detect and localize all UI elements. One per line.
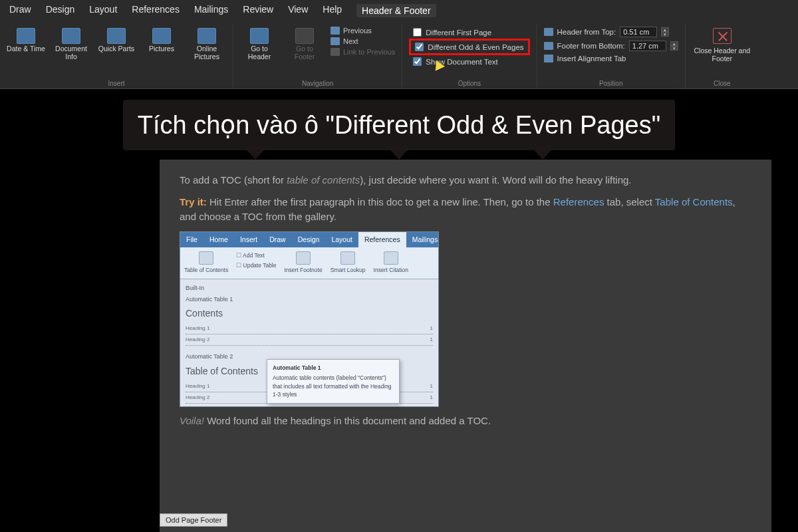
callout-arrow-icon xyxy=(387,146,411,160)
callout-arrow-icon xyxy=(243,146,267,160)
callout-arrow-icon xyxy=(531,146,555,160)
embed-toc-rows: Add Text Update Table xyxy=(236,251,276,275)
menu-references[interactable]: References xyxy=(132,4,180,17)
online-pictures-button[interactable]: Online Pictures xyxy=(188,27,226,61)
pictures-button[interactable]: Pictures xyxy=(142,27,181,53)
embed-ribbon: Table of Contents Add Text Update Table … xyxy=(180,247,438,279)
go-to-header-button[interactable]: Go to Header xyxy=(240,27,279,61)
embed-heading2: Heading 2 xyxy=(186,336,209,344)
menu-help[interactable]: Help xyxy=(323,4,342,17)
menu-bar: Draw Design Layout References Mailings R… xyxy=(0,0,798,21)
chevron-down-icon[interactable]: ▾ xyxy=(670,46,678,51)
menu-design[interactable]: Design xyxy=(46,4,75,17)
next-label: Next xyxy=(343,37,358,45)
go-to-footer-icon xyxy=(295,28,314,44)
date-time-button[interactable]: Date & Time xyxy=(7,27,45,53)
ribbon-group-close-label: Close xyxy=(714,80,731,87)
menu-mailings[interactable]: Mailings xyxy=(194,4,228,17)
doc-text: tab, select xyxy=(604,196,654,207)
header-from-top-row: Header from Top: ▴▾ xyxy=(544,27,678,37)
footer-from-bottom-input[interactable] xyxy=(629,41,666,51)
link-to-previous-button: Link to Previous xyxy=(331,48,395,56)
document-area: To add a TOC (short for table of content… xyxy=(160,160,771,532)
toc-page: 1 xyxy=(430,382,433,390)
footer-spin[interactable]: ▴▾ xyxy=(670,41,678,51)
ribbon-group-position-label: Position xyxy=(599,80,623,87)
embed-tabs: File Home Insert Draw Design Layout Refe… xyxy=(180,232,438,248)
previous-label: Previous xyxy=(343,27,372,35)
embed-tab-design: Design xyxy=(292,232,326,248)
embed-toc-button: Table of Contents xyxy=(184,251,228,275)
footer-from-bottom-label: Footer from Bottom: xyxy=(557,42,625,50)
highlight-different-odd-even: Different Odd & Even Pages xyxy=(409,39,529,55)
insert-alignment-tab-button[interactable]: Insert Alignment Tab xyxy=(544,55,678,63)
menu-view[interactable]: View xyxy=(288,4,308,17)
embed-tooltip-title: Automatic Table 1 xyxy=(273,364,394,372)
doc-paragraph-3: Voila! Word found all the headings in th… xyxy=(180,414,751,429)
go-to-footer-button: Go to Footer xyxy=(285,27,324,61)
embedded-screenshot: File Home Insert Draw Design Layout Refe… xyxy=(180,231,439,407)
pictures-icon xyxy=(152,28,171,44)
different-odd-even-checkbox[interactable]: Different Odd & Even Pages xyxy=(415,43,523,51)
ribbon-group-options-label: Options xyxy=(458,80,481,87)
header-from-top-input[interactable] xyxy=(620,27,657,37)
quick-parts-button[interactable]: Quick Parts xyxy=(97,27,136,53)
embed-tab-insert: Insert xyxy=(234,232,263,248)
embed-tab-home: Home xyxy=(203,232,234,248)
ribbon-group-options: Different First Page Different Odd & Eve… xyxy=(402,24,537,88)
different-odd-even-input[interactable] xyxy=(415,43,424,51)
doc-paragraph-1: To add a TOC (short for table of content… xyxy=(180,173,751,188)
previous-icon xyxy=(331,27,340,35)
embed-tooltip-body: Automatic table contents (labeled "Conte… xyxy=(273,374,392,398)
previous-button[interactable]: Previous xyxy=(331,27,395,35)
next-button[interactable]: Next xyxy=(331,37,395,45)
embed-toc-line: Heading 21 xyxy=(186,334,433,346)
insert-alignment-tab-label: Insert Alignment Tab xyxy=(557,55,626,63)
embed-insert-footnote-label: Insert Footnote xyxy=(284,266,322,275)
show-document-text-input[interactable] xyxy=(413,57,422,66)
ribbon-group-insert-label: Insert xyxy=(108,80,124,87)
different-first-page-checkbox[interactable]: Different First Page xyxy=(413,28,525,37)
different-first-page-input[interactable] xyxy=(413,28,422,37)
menu-draw[interactable]: Draw xyxy=(9,4,31,17)
pictures-label: Pictures xyxy=(149,45,174,53)
embed-add-text: Add Text xyxy=(236,251,276,260)
quick-parts-label: Quick Parts xyxy=(98,45,134,53)
chevron-down-icon[interactable]: ▾ xyxy=(661,32,669,37)
ribbon-group-navigation: Go to Header Go to Footer Previous Next … xyxy=(233,24,402,88)
doc-text: ), just decide where you want it. Word w… xyxy=(360,174,631,186)
callout-text: Tích chọn vào ô "Different Odd & Even Pa… xyxy=(123,100,675,150)
document-info-icon xyxy=(62,28,80,44)
embed-tab-draw: Draw xyxy=(263,232,292,248)
embed-contents-title: Contents xyxy=(186,307,433,321)
chevron-up-icon[interactable]: ▴ xyxy=(670,41,678,46)
ribbon-group-insert: Date & Time Document Info Quick Parts Pi… xyxy=(0,24,233,88)
embed-insert-footnote: Insert Footnote xyxy=(284,251,322,275)
doc-paragraph-2: Try it: Hit Enter after the first paragr… xyxy=(180,195,751,225)
online-pictures-icon xyxy=(198,28,216,44)
document-info-button[interactable]: Document Info xyxy=(52,27,90,61)
header-from-top-label: Header from Top: xyxy=(557,28,616,36)
link-to-previous-icon xyxy=(331,48,340,56)
odd-page-footer-label: Odd Page Footer xyxy=(160,513,227,527)
ribbon-group-close: Close Header and Footer Close xyxy=(686,24,759,88)
header-spin[interactable]: ▴▾ xyxy=(661,27,669,37)
menu-review[interactable]: Review xyxy=(243,4,273,17)
close-header-footer-label: Close Header and Footer xyxy=(692,47,752,63)
doc-text: Hit Enter after the first paragraph in t… xyxy=(207,196,553,207)
doc-text: To add a TOC (short for xyxy=(180,174,287,186)
embed-tab-file: File xyxy=(180,232,203,248)
different-first-page-label: Different First Page xyxy=(426,29,491,37)
embed-smart-lookup: Smart Lookup xyxy=(331,251,366,275)
embed-toc-label: Table of Contents xyxy=(184,266,228,275)
show-document-text-checkbox[interactable]: Show Document Text xyxy=(413,57,525,66)
doc-text-ital: Voila! xyxy=(180,415,204,426)
embed-builtin-label: Built-In xyxy=(186,284,433,293)
embed-smart-lookup-label: Smart Lookup xyxy=(331,266,366,275)
chevron-up-icon[interactable]: ▴ xyxy=(661,27,669,32)
close-header-footer-button[interactable]: Close Header and Footer xyxy=(692,27,752,63)
citation-icon xyxy=(384,251,398,265)
menu-layout[interactable]: Layout xyxy=(89,4,117,17)
embed-insert-citation-label: Insert Citation xyxy=(374,266,408,275)
menu-header-footer[interactable]: Header & Footer xyxy=(356,4,436,17)
